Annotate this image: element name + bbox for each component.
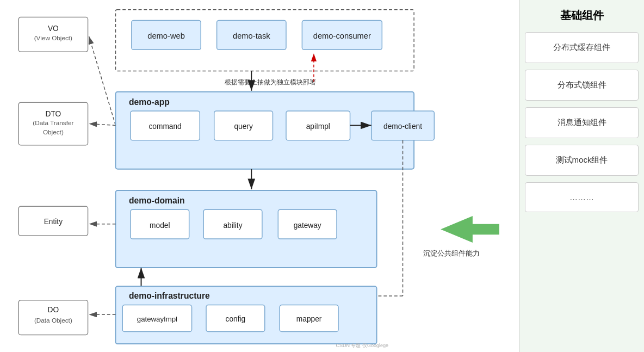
annotation2: 沉淀公共组件能力 [423, 249, 480, 257]
svg-line-5 [89, 36, 116, 126]
vo-label-line1: VO [48, 24, 59, 33]
query-label: query [234, 122, 252, 131]
diagram-area: demo-web demo-task demo-consumer VO (Vie… [0, 0, 519, 352]
do-label-line2: (Data Object) [34, 317, 72, 324]
entity-label: Entity [44, 218, 63, 226]
svg-marker-26 [441, 216, 499, 243]
dto-label-line2: (Data Transfer [33, 119, 73, 126]
command-label: command [149, 122, 182, 131]
sidebar-card-cache: 分布式缓存组件 [525, 32, 639, 63]
dto-label-line3: Object) [43, 128, 64, 135]
gateway-label: gateway [294, 221, 321, 230]
svg-line-15 [89, 123, 116, 125]
main-container: demo-web demo-task demo-consumer VO (Vie… [0, 0, 644, 352]
do-label-line1: DO [48, 306, 59, 314]
vo-label-line2: (View Object) [34, 34, 72, 41]
sidebar-card-more: ……… [525, 182, 639, 212]
sidebar-card-message: 消息通知组件 [525, 107, 639, 138]
demo-web-label: demo-web [147, 32, 185, 40]
demo-consumer-label: demo-consumer [313, 32, 371, 40]
architecture-diagram: demo-web demo-task demo-consumer VO (Vie… [5, 5, 513, 347]
gatewayimpl-label: gatewayImpl [137, 315, 177, 323]
config-label: config [226, 315, 246, 323]
apiimpl-label: apiImpl [306, 122, 330, 131]
mapper-label: mapper [296, 315, 322, 323]
sidebar-title: 基础组件 [525, 8, 639, 23]
demo-client-label: demo-client [383, 122, 422, 131]
model-label: model [150, 221, 170, 230]
ability-label: ability [223, 221, 242, 230]
dto-label-line1: DTO [46, 110, 61, 118]
sidebar: 基础组件 分布式缓存组件 分布式锁组件 消息通知组件 测试mock组件 ……… [519, 0, 644, 352]
demo-infra-title: demo-infrastructure [129, 291, 210, 300]
annotation1: 根据需要上抽做为独立模块部署 [225, 78, 316, 86]
demo-task-label: demo-task [233, 32, 270, 40]
sidebar-card-mock: 测试mock组件 [525, 145, 639, 176]
demo-domain-title: demo-domain [129, 196, 185, 205]
watermark: CSDN 专题 仅Googlege [336, 342, 388, 349]
sidebar-card-lock: 分布式锁组件 [525, 70, 639, 101]
demo-app-title: demo-app [129, 97, 170, 107]
